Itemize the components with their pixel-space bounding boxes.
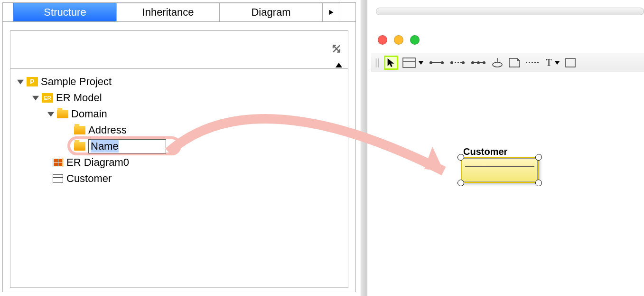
resize-handle-top-left[interactable]	[457, 154, 464, 161]
svg-rect-22	[566, 58, 575, 67]
entity-box[interactable]	[461, 158, 538, 182]
svg-point-17	[477, 61, 480, 64]
resize-handle-top-right[interactable]	[535, 154, 542, 161]
chevron-down-icon[interactable]	[17, 78, 24, 85]
tab-inheritance[interactable]: Inheritance	[116, 3, 220, 21]
svg-marker-1	[336, 63, 342, 67]
entity-label: Customer	[463, 146, 507, 157]
folder-icon	[74, 141, 85, 152]
entity-node-customer[interactable]: Customer	[461, 158, 538, 182]
tab-bar: Structure Inheritance Diagram	[3, 3, 355, 22]
svg-marker-0	[329, 10, 334, 15]
tree-item-customer[interactable]: Customer	[15, 171, 343, 187]
entity-icon	[52, 173, 64, 184]
tree-item-er-model[interactable]: ER ER Model	[15, 90, 343, 106]
chevron-down-icon	[419, 60, 423, 65]
svg-marker-3	[32, 96, 39, 101]
panel-toolbar	[10, 31, 348, 69]
tool-entity[interactable]	[402, 57, 423, 68]
tool-line-dotted[interactable]	[526, 61, 540, 64]
tree-item-label: Sample Project	[41, 76, 112, 88]
window-controls	[378, 35, 420, 45]
svg-marker-4	[47, 112, 54, 117]
sync-icon[interactable]	[330, 43, 343, 57]
tree-item-address[interactable]: Address	[15, 122, 343, 138]
svg-marker-2	[17, 80, 24, 85]
panel-body: P Sample Project ER ER Model Domain Addr…	[10, 30, 348, 288]
tree-item-name[interactable]: Name	[15, 138, 343, 154]
tab-overflow-button[interactable]	[322, 3, 340, 21]
structure-panel: Structure Inheritance Diagram P Sample P…	[2, 2, 356, 292]
tab-diagram[interactable]: Diagram	[219, 3, 323, 21]
project-icon: P	[27, 76, 38, 87]
tool-note[interactable]	[509, 58, 520, 67]
tool-text[interactable]: T	[546, 57, 559, 68]
er-model-icon: ER	[42, 93, 53, 103]
resize-handle-bottom-right[interactable]	[535, 180, 542, 186]
diagram-canvas[interactable]: Customer	[371, 72, 644, 296]
window-minimize-button[interactable]	[394, 35, 403, 45]
window-zoom-button[interactable]	[410, 35, 420, 45]
tool-line-solid[interactable]	[429, 61, 444, 65]
rename-input-value: Name	[91, 140, 119, 153]
selection-outline	[461, 157, 539, 183]
tree-item-label: Address	[88, 124, 127, 136]
tree-item-domain[interactable]: Domain	[15, 106, 343, 122]
svg-point-16	[483, 61, 485, 64]
collapse-arrow-icon[interactable]	[336, 63, 342, 67]
svg-point-10	[441, 61, 444, 64]
window-close-button[interactable]	[378, 35, 387, 45]
editor-area: || T	[367, 0, 644, 296]
svg-point-18	[493, 62, 502, 67]
resize-handle-bottom-left[interactable]	[457, 180, 464, 186]
tree-item-label: Customer	[66, 172, 112, 185]
tab-structure[interactable]: Structure	[13, 3, 117, 21]
horizontal-scrollbar[interactable]	[376, 8, 644, 15]
tree-item-sample-project[interactable]: P Sample Project	[15, 74, 343, 90]
chevron-down-icon[interactable]	[32, 95, 39, 101]
chevron-down-icon[interactable]	[47, 111, 54, 117]
svg-rect-5	[403, 58, 415, 67]
tree-item-label: Domain	[71, 108, 107, 120]
tool-subtype[interactable]	[492, 58, 503, 67]
tree-item-er-diagram0[interactable]: ER Diagram0	[15, 154, 343, 171]
tree-item-label: ER Diagram0	[66, 156, 129, 169]
panel-separator[interactable]	[361, 0, 367, 296]
svg-marker-21	[555, 61, 560, 65]
chevron-down-icon	[555, 60, 560, 65]
tree-view[interactable]: P Sample Project ER ER Model Domain Addr…	[10, 69, 348, 287]
tool-line-dashed[interactable]	[450, 61, 465, 65]
folder-icon	[74, 125, 85, 135]
tree-item-label: ER Model	[56, 92, 102, 104]
tool-selection[interactable]	[385, 57, 397, 68]
svg-point-13	[462, 61, 465, 64]
rename-input[interactable]: Name	[88, 139, 166, 153]
diagram-toolbar: || T	[371, 53, 644, 72]
tool-many-to-many[interactable]	[471, 61, 486, 65]
er-diagram-icon	[52, 157, 64, 168]
folder-icon	[57, 109, 68, 119]
svg-marker-7	[419, 61, 423, 65]
tool-rectangle[interactable]	[565, 58, 576, 67]
